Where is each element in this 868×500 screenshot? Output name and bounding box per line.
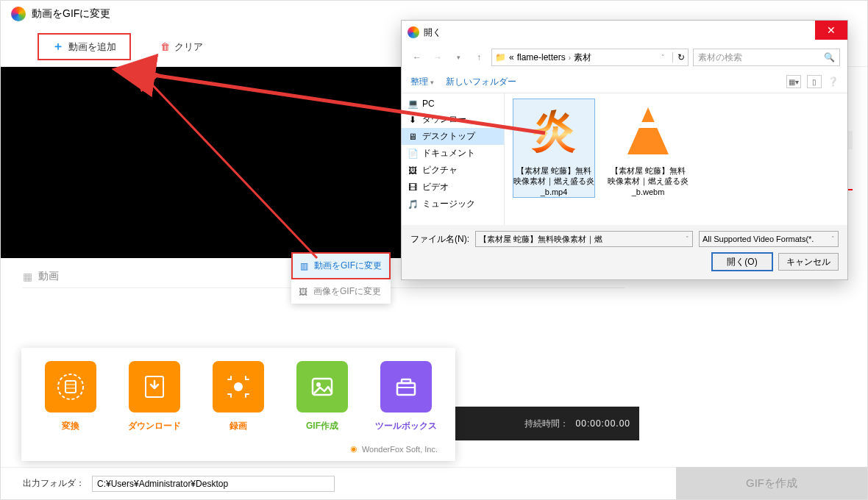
svg-rect-9 bbox=[402, 379, 410, 383]
tree-node[interactable]: 🎵ミュージック bbox=[402, 196, 504, 213]
nav-back-button[interactable]: ← bbox=[409, 49, 425, 65]
view-mode-button[interactable]: ▦▾ bbox=[786, 75, 801, 88]
breadcrumb-segment[interactable]: 素材 bbox=[574, 51, 591, 64]
add-video-label: 動画を追加 bbox=[68, 40, 116, 54]
tree-node[interactable]: 📄ドキュメント bbox=[402, 145, 504, 162]
file-list: 炎【素材屋 蛇藤】無料映像素材｜燃え盛る炎_b.mp4【素材屋 蛇藤】無料映像素… bbox=[505, 93, 847, 225]
palette-tile-3[interactable]: GIF作成 bbox=[291, 361, 354, 432]
add-video-button[interactable]: ＋ 動画を追加 bbox=[38, 33, 131, 60]
node-label: ミュージック bbox=[422, 198, 475, 210]
node-label: ビデオ bbox=[422, 181, 449, 193]
tile-icon bbox=[129, 361, 180, 413]
film-icon: ▥ bbox=[300, 261, 308, 271]
help-icon[interactable]: ❔ bbox=[828, 76, 839, 87]
clear-button[interactable]: 🗑 クリア bbox=[160, 40, 203, 54]
fox-icon: ◉ bbox=[350, 444, 357, 454]
vlc-cone-icon bbox=[627, 107, 669, 154]
tile-label: ダウンロード bbox=[123, 420, 186, 432]
tree-node[interactable]: ⬇ダウンロー bbox=[402, 111, 504, 128]
svg-rect-1 bbox=[65, 381, 76, 393]
svg-point-7 bbox=[316, 382, 321, 387]
node-icon: ⬇ bbox=[408, 115, 418, 125]
duration-value: 00:00:00.00 bbox=[576, 418, 630, 429]
palette-tile-1[interactable]: ダウンロード bbox=[123, 361, 186, 432]
filename-input[interactable]: 【素材屋 蛇藤】無料映像素材｜燃 ˅ bbox=[475, 231, 693, 247]
node-icon: 🖼 bbox=[408, 165, 418, 176]
breadcrumb-segment[interactable]: flame-letters bbox=[517, 52, 566, 63]
cancel-button[interactable]: キャンセル bbox=[778, 253, 839, 271]
dialog-close-button[interactable]: ✕ bbox=[815, 21, 847, 40]
feature-palette: 変換ダウンロード録画GIF作成ツールボックス ◉ WonderFox Soft,… bbox=[21, 348, 455, 461]
filename-label: ファイル名(N): bbox=[410, 233, 469, 246]
clear-label: クリア bbox=[174, 40, 203, 54]
svg-rect-8 bbox=[397, 383, 415, 395]
tile-label: 録画 bbox=[207, 420, 270, 432]
node-label: ダウンロー bbox=[422, 113, 466, 126]
format-filter-select[interactable]: All Supported Video Formats(*. ˅ bbox=[699, 231, 839, 247]
file-open-dialog: 開く ✕ ← → ▾ ↑ 📁 « flame-letters › 素材 ˅ ↻ … bbox=[401, 20, 848, 280]
gif-submenu: ▥ 動画をGIFに変更 🖼 画像をGIFに変更 bbox=[291, 252, 391, 304]
file-name: 【素材屋 蛇藤】無料映像素材｜燃え盛る炎_b.mp4 bbox=[513, 165, 594, 197]
palette-tile-2[interactable]: 録画 bbox=[207, 361, 270, 432]
tree-node[interactable]: 💻PC bbox=[402, 96, 504, 111]
chevron-down-icon[interactable]: ˅ bbox=[661, 54, 665, 61]
tile-icon bbox=[380, 361, 432, 413]
open-button[interactable]: 開く(O) bbox=[712, 253, 772, 271]
app-logo-icon bbox=[11, 7, 26, 21]
palette-tile-4[interactable]: ツールボックス bbox=[374, 361, 438, 432]
tree-node[interactable]: 🖼ピクチャ bbox=[402, 162, 504, 179]
nav-up-button[interactable]: ↑ bbox=[471, 49, 487, 65]
video-section-label: 動画 bbox=[38, 270, 59, 283]
tile-icon bbox=[213, 361, 264, 413]
tree-node[interactable]: 🖥デスクトップ bbox=[402, 128, 504, 145]
new-folder-button[interactable]: 新しいフォルダー bbox=[446, 76, 516, 88]
node-icon: 🎵 bbox=[408, 199, 418, 210]
menu-image-to-gif[interactable]: 🖼 画像をGIFに変更 bbox=[291, 279, 391, 304]
chevron-down-icon[interactable]: ˅ bbox=[686, 235, 689, 243]
tree-node[interactable]: 🎞ビデオ bbox=[402, 179, 504, 196]
tile-label: ツールボックス bbox=[374, 420, 438, 432]
nav-forward-button[interactable]: → bbox=[430, 49, 446, 65]
refresh-icon[interactable]: ↻ bbox=[672, 52, 685, 63]
search-icon: 🔍 bbox=[824, 52, 835, 63]
file-item[interactable]: 炎【素材屋 蛇藤】無料映像素材｜燃え盛る炎_b.mp4 bbox=[513, 99, 594, 197]
filmstrip-icon: ▦ bbox=[23, 271, 32, 282]
organize-menu[interactable]: 整理 ▾ bbox=[410, 76, 434, 88]
trash-icon: 🗑 bbox=[160, 41, 170, 52]
tile-icon bbox=[45, 361, 96, 413]
window-title: 動画をGIFに変更 bbox=[32, 7, 110, 21]
menu-video-to-gif[interactable]: ▥ 動画をGIFに変更 bbox=[291, 252, 391, 279]
palette-tile-0[interactable]: 変換 bbox=[39, 361, 102, 432]
plus-icon: ＋ bbox=[52, 39, 64, 54]
image-icon: 🖼 bbox=[299, 287, 307, 297]
timeline-strip: 持続時間： 00:00:00.00 bbox=[455, 407, 639, 440]
output-folder-input[interactable]: C:¥Users¥Administrator¥Desktop bbox=[92, 476, 335, 492]
tile-label: 変換 bbox=[39, 420, 102, 432]
file-item[interactable]: 【素材屋 蛇藤】無料映像素材｜燃え盛る炎_b.webm bbox=[608, 99, 689, 197]
nav-recent-button[interactable]: ▾ bbox=[450, 49, 466, 65]
folder-icon: 📁 bbox=[495, 52, 506, 63]
folder-tree: 💻PC⬇ダウンロー🖥デスクトップ📄ドキュメント🖼ピクチャ🎞ビデオ🎵ミュージック bbox=[402, 93, 505, 225]
file-name: 【素材屋 蛇藤】無料映像素材｜燃え盛る炎_b.webm bbox=[608, 165, 689, 197]
address-bar[interactable]: 📁 « flame-letters › 素材 ˅ ↻ bbox=[491, 49, 689, 66]
search-input[interactable]: 素材の検索 🔍 bbox=[693, 49, 840, 66]
node-icon: 📄 bbox=[408, 149, 418, 159]
dialog-logo-icon bbox=[408, 26, 419, 38]
svg-point-5 bbox=[234, 382, 243, 391]
node-icon: 🖥 bbox=[408, 132, 418, 142]
preview-pane-button[interactable]: ▯ bbox=[807, 75, 822, 88]
duration-label: 持続時間： bbox=[524, 418, 569, 430]
palette-footer: WonderFox Soft, Inc. bbox=[362, 445, 438, 454]
tile-icon bbox=[296, 361, 348, 413]
svg-point-0 bbox=[58, 374, 83, 399]
node-icon: 💻 bbox=[408, 99, 418, 109]
output-folder-label: 出力フォルダ： bbox=[23, 477, 85, 490]
flame-thumb-icon: 炎 bbox=[532, 101, 576, 161]
tile-label: GIF作成 bbox=[291, 420, 354, 432]
create-gif-button[interactable]: GIFを作成 bbox=[676, 467, 867, 499]
node-icon: 🎞 bbox=[408, 182, 418, 193]
node-label: ピクチャ bbox=[422, 164, 458, 176]
node-label: ドキュメント bbox=[422, 147, 475, 160]
node-label: デスクトップ bbox=[422, 130, 475, 143]
chevron-down-icon: ˅ bbox=[831, 235, 835, 243]
